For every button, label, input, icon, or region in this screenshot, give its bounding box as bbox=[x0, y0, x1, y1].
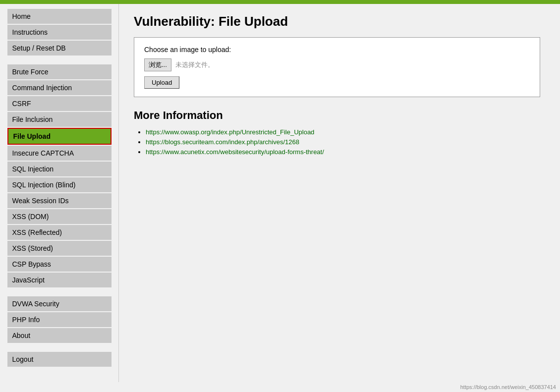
sidebar: HomeInstructionsSetup / Reset DBBrute Fo… bbox=[0, 4, 119, 382]
sidebar-item-xss-reflected[interactable]: XSS (Reflected) bbox=[7, 225, 112, 240]
info-link[interactable]: https://www.acunetix.com/websitesecurity… bbox=[146, 148, 324, 156]
sidebar-item-file-upload[interactable]: File Upload bbox=[7, 128, 112, 145]
sidebar-item-command-injection[interactable]: Command Injection bbox=[7, 80, 112, 95]
sidebar-item-about[interactable]: About bbox=[7, 328, 112, 343]
page-title: Vulnerability: File Upload bbox=[134, 14, 545, 29]
sidebar-divider bbox=[0, 344, 118, 351]
file-row: 浏览... 未选择文件。 bbox=[144, 58, 530, 71]
sidebar-item-weak-session-ids[interactable]: Weak Session IDs bbox=[7, 193, 112, 208]
sidebar-item-insecure-captcha[interactable]: Insecure CAPTCHA bbox=[7, 146, 112, 161]
sidebar-item-csp-bypass[interactable]: CSP Bypass bbox=[7, 257, 112, 272]
sidebar-item-brute-force[interactable]: Brute Force bbox=[7, 64, 112, 79]
browse-button[interactable]: 浏览... bbox=[144, 58, 171, 71]
top-bar bbox=[0, 0, 560, 4]
sidebar-item-xss-dom[interactable]: XSS (DOM) bbox=[7, 209, 112, 224]
list-item: https://www.owasp.org/index.php/Unrestri… bbox=[146, 128, 545, 136]
info-link[interactable]: https://www.owasp.org/index.php/Unrestri… bbox=[146, 128, 314, 136]
footer: https://blog.csdn.net/weixin_450837414 bbox=[0, 382, 560, 392]
footer-text: https://blog.csdn.net/weixin_450837414 bbox=[460, 384, 556, 390]
sidebar-item-setup-reset-db[interactable]: Setup / Reset DB bbox=[7, 41, 112, 56]
sidebar-item-logout[interactable]: Logout bbox=[7, 352, 112, 367]
sidebar-item-csrf[interactable]: CSRF bbox=[7, 96, 112, 111]
sidebar-divider bbox=[0, 56, 118, 63]
sidebar-item-sql-injection[interactable]: SQL Injection bbox=[7, 162, 112, 176]
info-link[interactable]: https://blogs.securiteam.com/index.php/a… bbox=[146, 138, 299, 146]
sidebar-item-javascript[interactable]: JavaScript bbox=[7, 273, 112, 287]
list-item: https://blogs.securiteam.com/index.php/a… bbox=[146, 138, 545, 146]
sidebar-item-sql-injection-blind[interactable]: SQL Injection (Blind) bbox=[7, 177, 112, 192]
upload-button[interactable]: Upload bbox=[144, 76, 179, 89]
sidebar-item-dvwa-security[interactable]: DVWA Security bbox=[7, 296, 112, 311]
no-file-text: 未选择文件。 bbox=[175, 60, 214, 69]
sidebar-item-php-info[interactable]: PHP Info bbox=[7, 312, 112, 327]
sidebar-item-xss-stored[interactable]: XSS (Stored) bbox=[7, 241, 112, 256]
sidebar-item-file-inclusion[interactable]: File Inclusion bbox=[7, 112, 112, 127]
sidebar-item-instructions[interactable]: Instructions bbox=[7, 25, 112, 40]
list-item: https://www.acunetix.com/websitesecurity… bbox=[146, 148, 545, 156]
upload-box: Choose an image to upload: 浏览... 未选择文件。 … bbox=[134, 37, 540, 97]
more-info-title: More Information bbox=[134, 109, 545, 122]
sidebar-item-home[interactable]: Home bbox=[7, 9, 112, 24]
sidebar-divider bbox=[0, 288, 118, 295]
main-content: Vulnerability: File Upload Choose an ima… bbox=[119, 4, 560, 382]
info-list: https://www.owasp.org/index.php/Unrestri… bbox=[134, 128, 545, 156]
upload-label: Choose an image to upload: bbox=[144, 46, 530, 54]
